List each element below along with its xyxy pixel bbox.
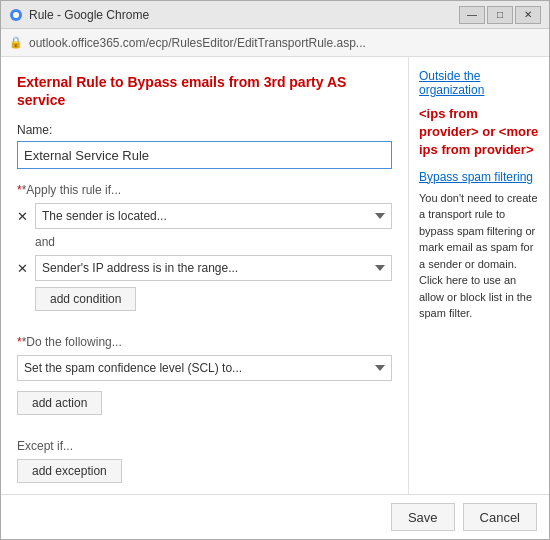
condition2-row: ✕ Sender's IP address is in the range...	[17, 255, 392, 281]
condition2-dropdown[interactable]: Sender's IP address is in the range...	[35, 255, 392, 281]
ips-text: <ips from provider> or <more ips from pr…	[419, 105, 539, 160]
cancel-button[interactable]: Cancel	[463, 503, 537, 531]
window-title: Rule - Google Chrome	[29, 8, 459, 22]
close-button[interactable]: ✕	[515, 6, 541, 24]
except-if-label: Except if...	[17, 439, 392, 453]
footer: Save Cancel	[1, 494, 549, 539]
bypass-title-link[interactable]: Bypass spam filtering	[419, 170, 539, 184]
remove-condition2-button[interactable]: ✕	[17, 261, 31, 276]
save-button[interactable]: Save	[391, 503, 455, 531]
outside-org-link[interactable]: Outside the organization	[419, 69, 539, 97]
url-text: outlook.office365.com/ecp/RulesEditor/Ed…	[29, 36, 541, 50]
side-panel: Outside the organization <ips from provi…	[409, 57, 549, 494]
browser-icon	[9, 8, 23, 22]
bypass-desc: You don't need to create a transport rul…	[419, 190, 539, 322]
remove-condition1-button[interactable]: ✕	[17, 209, 31, 224]
title-bar: Rule - Google Chrome — □ ✕	[1, 1, 549, 29]
add-action-button[interactable]: add action	[17, 391, 102, 415]
apply-rule-label: **Apply this rule if...	[17, 183, 392, 197]
svg-point-1	[13, 12, 19, 18]
action-dropdown[interactable]: Set the spam confidence level (SCL) to..…	[17, 355, 392, 381]
address-bar: 🔒 outlook.office365.com/ecp/RulesEditor/…	[1, 29, 549, 57]
add-condition-button[interactable]: add condition	[35, 287, 136, 311]
page-title: External Rule to Bypass emails from 3rd …	[17, 73, 392, 109]
and-label: and	[35, 235, 392, 249]
name-input[interactable]	[17, 141, 392, 169]
browser-window: Rule - Google Chrome — □ ✕ 🔒 outlook.off…	[0, 0, 550, 540]
add-exception-button[interactable]: add exception	[17, 459, 122, 483]
lock-icon: 🔒	[9, 36, 23, 49]
main-panel: External Rule to Bypass emails from 3rd …	[1, 57, 409, 494]
window-controls: — □ ✕	[459, 6, 541, 24]
name-label: Name:	[17, 123, 392, 137]
condition1-dropdown[interactable]: The sender is located...	[35, 203, 392, 229]
content-area: External Rule to Bypass emails from 3rd …	[1, 57, 549, 494]
maximize-button[interactable]: □	[487, 6, 513, 24]
condition1-row: ✕ The sender is located...	[17, 203, 392, 229]
do-following-label: **Do the following...	[17, 335, 392, 349]
minimize-button[interactable]: —	[459, 6, 485, 24]
